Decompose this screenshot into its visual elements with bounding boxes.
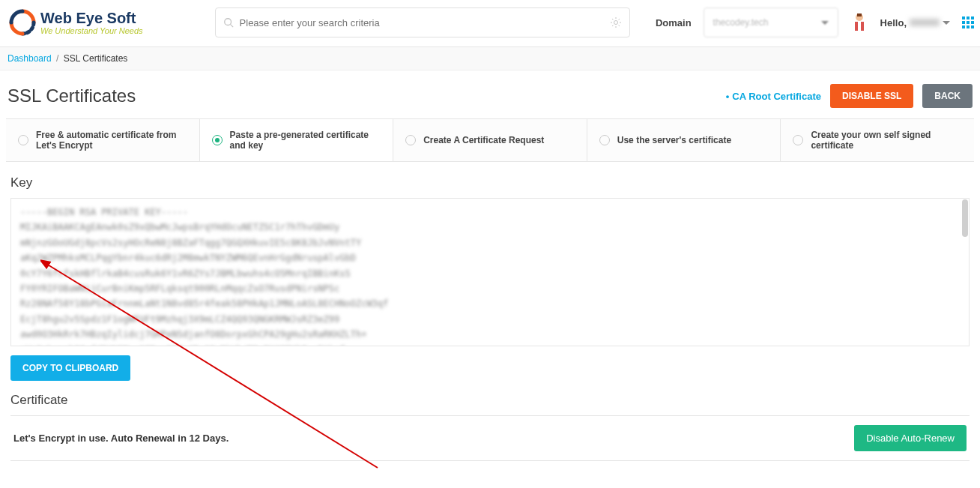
certificate-section: Certificate Let's Encrypt in use. Auto R… [0,388,980,469]
tab-server-cert[interactable]: Use the server's certificate [587,119,781,161]
gear-icon[interactable] [610,16,622,28]
svg-line-8 [618,25,620,27]
svg-point-0 [224,19,231,25]
key-line: FY0YRIFOBaWNijCurBniKmp5RFLqksqt900RLnMq… [20,281,960,296]
tab-label: Paste a pre-generated certificate and ke… [230,130,381,151]
domain-value: thecodey.tech [713,17,769,28]
logo-swirl-icon [9,9,36,36]
tab-self-signed[interactable]: Create your own self signed certificate [781,119,974,161]
chevron-down-icon [943,21,950,25]
breadcrumb-dashboard[interactable]: Dashboard [7,53,52,64]
svg-point-2 [614,21,617,25]
disable-auto-renew-button[interactable]: Disable Auto-Renew [854,425,967,451]
tab-lets-encrypt[interactable]: Free & automatic certificate from Let's … [6,119,200,161]
logo[interactable]: Web Eye Soft We Understand Your Needs [9,9,143,36]
radio-icon [18,135,28,145]
search-input[interactable] [240,17,610,28]
svg-line-7 [612,19,614,20]
breadcrumb-sep: / [56,53,61,64]
breadcrumb-current: SSL Certificates [64,53,128,64]
scrollbar[interactable] [962,199,968,237]
radio-icon [599,135,610,145]
domain-label: Domain [656,17,692,28]
svg-line-10 [618,19,620,20]
cert-type-tabs: Free & automatic certificate from Let's … [6,118,974,162]
key-line: EcjT8hgu2v5Spdz1F1ogWFUFt9Mzhqj3X9mLCZ4Q… [20,312,960,327]
key-line: 0cY7Y6fcfskHBflrkaB4cusRuk6Y1vR6ZYs7JBML… [20,266,960,281]
tab-label: Create A Certificate Request [423,135,575,145]
topbar: Web Eye Soft We Understand Your Needs Do… [0,0,980,47]
tab-label: Free & automatic certificate from Let's … [36,130,187,151]
page-title: SSL Certificates [7,85,136,106]
ca-root-label: CA Root Certificate [732,91,821,102]
key-line: MIJKAiBAAKCAgEAnwk0sZ9xQbwMcJwpsBrqYHdOc… [20,220,960,235]
tab-create-csr[interactable]: Create A Certificate Request [393,119,587,161]
key-line: -----BEGIN RSA PRIVATE KEY----- [20,205,960,220]
svg-rect-14 [858,22,861,31]
key-textarea[interactable]: -----BEGIN RSA PRIVATE KEY----- MIJKAiBA… [10,198,970,346]
key-line: awd0O3HkRrk7HBzqIylidcj7GHPeNSdjanfO8Dor… [20,327,960,342]
key-line: +We3nkqmnbOQcf4DVKOMnq1QDsp36Tz4R+18uRkW… [20,343,960,346]
page-head: SSL Certificates •CA Root Certificate DI… [0,70,980,118]
copy-clipboard-button[interactable]: COPY TO CLIPBOARD [10,355,130,381]
radio-icon [793,135,803,145]
logo-tagline: We Understand Your Needs [40,27,143,35]
key-title: Key [10,175,970,190]
tab-label: Create your own self signed certificate [811,130,962,151]
key-section: Key -----BEGIN RSA PRIVATE KEY----- MIJK… [0,162,980,388]
logo-main-text: Web Eye Soft [40,10,143,25]
svg-line-9 [612,25,614,27]
radio-icon [405,135,416,145]
hello-label: Hello, [880,17,907,28]
svg-rect-12 [857,13,862,16]
tab-paste-cert[interactable]: Paste a pre-generated certificate and ke… [200,119,394,161]
cert-renewal-note: Let's Encrypt in use. Auto Renewal in 12… [13,433,229,444]
tab-label: Use the server's certificate [617,135,769,145]
svg-line-1 [230,25,233,28]
avatar-icon[interactable] [850,12,868,33]
certificate-title: Certificate [10,393,970,408]
search-icon [223,17,234,28]
breadcrumb: Dashboard / SSL Certificates [0,47,980,70]
key-line: Rz28NAf58Y18bPGiaFrnnmLaNt1N8vd85r4feak5… [20,296,960,311]
key-line: aKq2WZPMhksMCLPqgYbnr4kuc6dRj2M8mwkTNYZW… [20,250,960,265]
key-line: mNjnzGOoUGdj8pcVs2syHOcReN8j8BZaFTqgg7QG… [20,235,960,250]
apps-grid-icon[interactable] [962,16,974,28]
chevron-down-icon [821,21,829,25]
username-blurred [910,19,940,26]
hello-user[interactable]: Hello, [880,17,950,28]
radio-checked-icon [212,135,223,145]
domain-select[interactable]: thecodey.tech [704,7,838,37]
disable-ssl-button[interactable]: DISABLE SSL [830,84,913,108]
ca-root-link[interactable]: •CA Root Certificate [726,91,821,102]
back-button[interactable]: BACK [922,84,973,108]
search-field-wrap[interactable] [215,7,630,37]
